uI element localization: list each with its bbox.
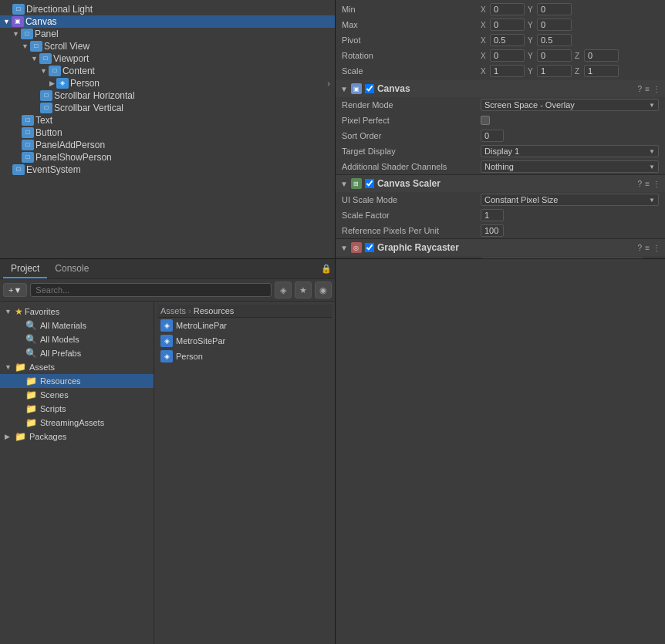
- rot-z[interactable]: 0: [584, 49, 619, 62]
- sidebar-all-materials[interactable]: 🔍 All Materials: [0, 319, 154, 332]
- tree-item-person[interactable]: ▶ ◈ Person ›: [0, 77, 335, 89]
- tree-item-scrollbar-h[interactable]: □ Scrollbar Horizontal: [0, 89, 335, 102]
- panel-tabs: Project Console 🔒: [0, 259, 335, 279]
- eye-btn[interactable]: ◉: [315, 282, 332, 298]
- render-mode-text: Screen Space - Overlay: [484, 100, 575, 110]
- canvas-section-header[interactable]: ▼ ▣ Canvas ? ≡ ⋮: [336, 80, 665, 97]
- tree-item-button[interactable]: □ Button: [0, 126, 335, 139]
- expand-arrow-viewport[interactable]: ▼: [31, 55, 38, 62]
- tree-item-panel-add[interactable]: □ PanelAddPerson: [0, 139, 335, 151]
- tree-item-content[interactable]: ▼ □ Content: [0, 65, 335, 77]
- sidebar-favorites[interactable]: ▼ ★ Favorites: [0, 305, 154, 319]
- ref-pixels-box[interactable]: 100: [481, 224, 504, 237]
- person-icon: ◈: [56, 78, 69, 89]
- raycaster-section-title: Graphic Raycaster: [377, 242, 638, 253]
- scale-factor-label: Scale Factor: [342, 211, 481, 220]
- max-x[interactable]: 0: [490, 19, 525, 31]
- sidebar-all-models[interactable]: 🔍 All Models: [0, 332, 154, 346]
- canvas-more-btn[interactable]: ⋮: [653, 85, 660, 93]
- tree-item-text[interactable]: □ Text: [0, 114, 335, 126]
- canvas-enable-checkbox[interactable]: [365, 84, 374, 93]
- raycaster-settings-btn[interactable]: ≡: [645, 244, 650, 252]
- canvas-icon: ▣: [12, 16, 24, 27]
- favorites-label: Favorites: [25, 307, 59, 316]
- pivot-x[interactable]: 0.5: [490, 34, 525, 46]
- rot-x[interactable]: 0: [490, 49, 525, 62]
- pivot-y[interactable]: 0.5: [537, 34, 572, 46]
- raycaster-enable-checkbox[interactable]: [365, 243, 374, 252]
- pixel-perfect-checkbox[interactable]: [481, 116, 490, 125]
- scaler-expand-arrow: ▼: [340, 180, 348, 188]
- asset-metro-line[interactable]: ◈ MetroLinePar: [157, 318, 332, 333]
- raycaster-help-btn[interactable]: ?: [638, 244, 643, 252]
- scale-factor-box[interactable]: 1: [481, 209, 504, 221]
- asset-person[interactable]: ◈ Person: [157, 349, 332, 364]
- hierarchy-panel: □ Directional Light ▼ ▣ Canvas ▼ □ Panel…: [0, 0, 336, 258]
- expand-arrow-person[interactable]: ▶: [49, 79, 55, 87]
- sidebar-assets[interactable]: ▼ 📁 Assets: [0, 360, 154, 374]
- tree-item-panel[interactable]: ▼ □ Panel: [0, 28, 335, 40]
- tab-project[interactable]: Project: [3, 260, 47, 278]
- target-display-dropdown[interactable]: Display 1 ▼: [481, 145, 659, 157]
- tab-console[interactable]: Console: [47, 260, 96, 278]
- scaler-help-btn[interactable]: ?: [638, 180, 643, 188]
- expand-arrow-canvas[interactable]: ▼: [3, 18, 10, 25]
- min-x[interactable]: 0: [490, 3, 525, 15]
- add-button[interactable]: +▼: [3, 283, 27, 297]
- dropdown-arrow: ▼: [649, 102, 655, 109]
- star-icon: ★: [15, 306, 23, 317]
- tree-item-event-system[interactable]: □ EventSystem: [0, 164, 335, 176]
- pixel-perfect-label: Pixel Perfect: [342, 116, 481, 125]
- shader-channels-dropdown[interactable]: Nothing ▼: [481, 160, 659, 173]
- sidebar-resources[interactable]: 📁 Resources: [0, 374, 154, 388]
- rot-y[interactable]: 0: [537, 49, 572, 62]
- star-btn[interactable]: ★: [295, 282, 312, 298]
- raycaster-header[interactable]: ▼ ◎ Graphic Raycaster ? ≡ ⋮: [336, 239, 665, 256]
- asset-metro-site[interactable]: ◈ MetroSitePar: [157, 333, 332, 349]
- scale-x[interactable]: 1: [490, 65, 525, 77]
- search-input[interactable]: [30, 283, 272, 297]
- expand-arrow-panel[interactable]: ▼: [12, 30, 19, 38]
- expand-arrow-content[interactable]: ▼: [40, 67, 47, 75]
- scaler-settings-btn[interactable]: ≡: [645, 180, 650, 188]
- scaler-more-btn[interactable]: ⋮: [653, 180, 660, 188]
- scale-z[interactable]: 1: [584, 65, 619, 77]
- sort-order-box[interactable]: 0: [481, 130, 504, 142]
- rotation-label: Rotation: [342, 51, 481, 60]
- y-label: Y: [528, 67, 534, 76]
- render-mode-dropdown[interactable]: Screen Space - Overlay ▼: [481, 99, 659, 111]
- expand-arrow-scroll[interactable]: ▼: [22, 42, 29, 50]
- tree-item-scroll-view[interactable]: ▼ □ Scroll View: [0, 40, 335, 52]
- sidebar-scripts[interactable]: 📁 Scripts: [0, 402, 154, 416]
- min-row: Min X 0 Y 0: [336, 2, 665, 17]
- scaler-enable-checkbox[interactable]: [365, 179, 374, 188]
- sort-order-value: 0: [481, 130, 659, 142]
- sidebar-packages[interactable]: ▶ 📁 Packages: [0, 430, 154, 443]
- canvas-section-title: Canvas: [377, 83, 638, 94]
- scale-y[interactable]: 1: [537, 65, 572, 77]
- canvas-scaler-header[interactable]: ▼ ⊞ Canvas Scaler ? ≡ ⋮: [336, 175, 665, 192]
- tree-label: Directional Light: [26, 4, 93, 15]
- tree-item-viewport[interactable]: ▼ □ Viewport: [0, 52, 335, 65]
- canvas-settings-btn[interactable]: ≡: [645, 85, 650, 93]
- sidebar-streaming-assets[interactable]: 📁 StreamingAssets: [0, 416, 154, 430]
- min-y[interactable]: 0: [537, 3, 572, 15]
- goto-arrow[interactable]: ›: [327, 79, 335, 88]
- tree-item-panel-show[interactable]: □ PanelShowPerson: [0, 151, 335, 164]
- breadcrumb-assets[interactable]: Assets: [160, 306, 186, 315]
- canvas-help-btn[interactable]: ?: [638, 85, 643, 93]
- tree-item-directional-light[interactable]: □ Directional Light: [0, 3, 335, 15]
- max-y[interactable]: 0: [537, 19, 572, 31]
- tree-item-scrollbar-v[interactable]: □ Scrollbar Vertical: [0, 102, 335, 114]
- x-label: X: [481, 5, 487, 14]
- ref-pixels-value: 100: [481, 224, 659, 237]
- raycaster-more-btn[interactable]: ⋮: [653, 244, 660, 252]
- ui-scale-dropdown[interactable]: Constant Pixel Size ▼: [481, 194, 659, 206]
- lock-icon[interactable]: 🔒: [321, 264, 332, 274]
- filter-btn[interactable]: ◈: [275, 282, 292, 298]
- sidebar-scenes[interactable]: 📁 Scenes: [0, 388, 154, 402]
- sidebar-all-prefabs[interactable]: 🔍 All Prefabs: [0, 346, 154, 360]
- tree-item-canvas[interactable]: ▼ ▣ Canvas: [0, 15, 335, 28]
- breadcrumb-resources[interactable]: Resources: [194, 306, 235, 315]
- y-label: Y: [528, 5, 534, 14]
